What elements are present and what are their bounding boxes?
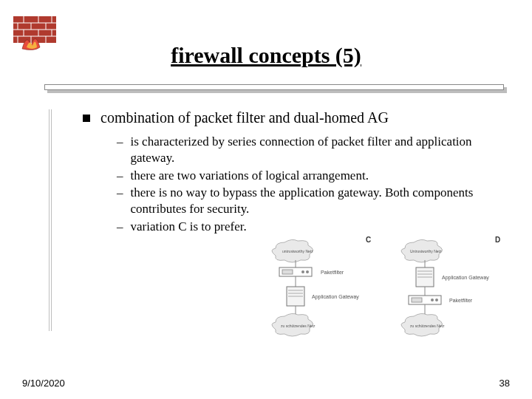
diagram-net-top-c: untrustworthy Netz [282, 249, 313, 253]
slide-title: firewall concepts (5) [22, 43, 510, 68]
sub-bullet-text: is characterized by series connection of… [131, 134, 505, 166]
diagram-ag-label-d: Application Gateway [442, 275, 489, 281]
footer-page: 38 [499, 378, 510, 389]
diagram-pf-label: Paketfilter [321, 270, 344, 275]
sub-bullet-text: there is no way to bypass the applicatio… [131, 185, 505, 217]
dash-icon: – [117, 168, 123, 184]
svg-point-19 [306, 270, 309, 273]
sub-bullet-text: variation C is to prefer. [131, 219, 247, 235]
sub-bullet: –there is no way to bypass the applicati… [117, 185, 504, 217]
sub-bullet: –there are two variations of logical arr… [117, 168, 504, 184]
slide: firewall concepts (5) combination of pac… [0, 0, 532, 399]
network-diagram: C untrustworthy Netz Paketfilter Applica… [259, 235, 502, 346]
sub-bullets: –is characterized by series connection o… [117, 134, 504, 235]
diagram-net-bottom-c: zu schützendes Netz [281, 324, 316, 328]
svg-point-31 [431, 299, 434, 301]
dash-icon: – [117, 185, 123, 217]
sub-bullet-text: there are two variations of logical arra… [131, 168, 369, 184]
sub-bullet: –is characterized by series connection o… [117, 134, 504, 166]
diagram-ag-label: Application Gateway [312, 294, 359, 300]
firewall-logo-icon [13, 16, 56, 52]
diagram-net-top-d: Untrustworthy Netz [410, 249, 442, 253]
svg-point-32 [435, 299, 438, 301]
main-bullet: combination of packet filter and dual-ho… [83, 109, 504, 126]
main-bullet-text: combination of packet filter and dual-ho… [100, 109, 389, 126]
diagram-label-c: C [366, 236, 371, 244]
svg-rect-30 [412, 298, 422, 302]
footer-date: 9/10/2020 [22, 378, 65, 389]
diagram-net-bottom-d: zu schützendes Netz [410, 324, 445, 328]
square-bullet-icon [83, 115, 90, 122]
footer: 9/10/2020 38 [22, 378, 510, 389]
sub-bullet: –variation C is to prefer. [117, 219, 504, 235]
svg-point-18 [301, 270, 304, 273]
diagram-pf-label-d: Paketfilter [449, 298, 473, 303]
dash-icon: – [117, 219, 123, 235]
svg-rect-17 [282, 270, 293, 274]
dash-icon: – [117, 134, 123, 166]
diagram-label-d: D [495, 236, 500, 244]
divider-bar [44, 84, 504, 90]
